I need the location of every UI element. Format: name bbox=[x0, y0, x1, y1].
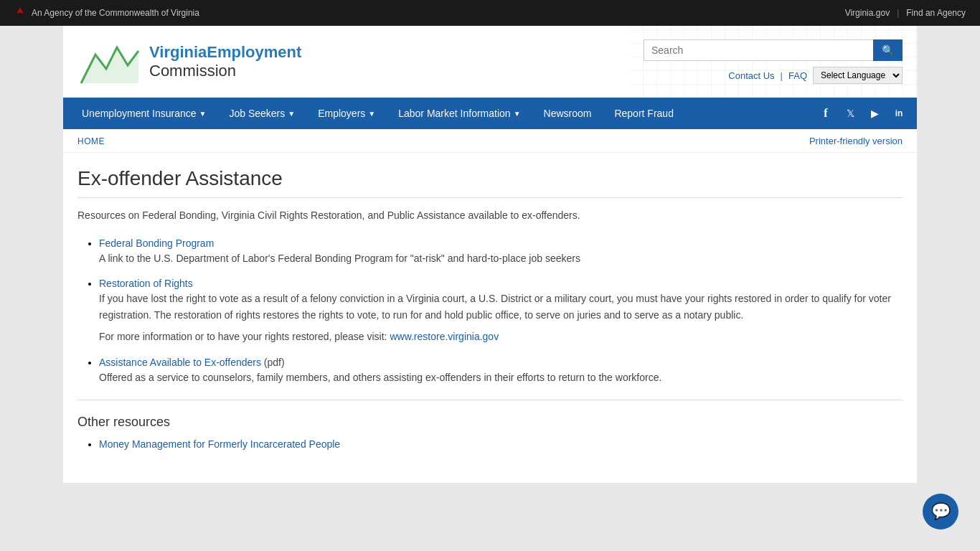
nav-items: Unemployment Insurance ▼ Job Seekers ▼ E… bbox=[70, 98, 685, 129]
linkedin-icon[interactable]: in bbox=[888, 103, 910, 124]
language-select[interactable]: Select Language bbox=[813, 67, 903, 84]
facebook-icon[interactable]: f bbox=[815, 103, 837, 124]
intro-text: Resources on Federal Bonding, Virginia C… bbox=[77, 208, 903, 223]
assistance-desc: Offered as a service to counselors, fami… bbox=[99, 369, 903, 385]
dropdown-arrow: ▼ bbox=[288, 110, 295, 118]
agency-text: An Agency of the Commonwealth of Virgini… bbox=[32, 8, 199, 18]
nav-labor-market[interactable]: Labor Market Information ▼ bbox=[387, 98, 532, 129]
flame-icon bbox=[14, 7, 26, 19]
other-resources-title: Other resources bbox=[77, 415, 903, 430]
restore-virginia-link[interactable]: www.restore.virginia.gov bbox=[390, 331, 499, 342]
restore-extra-text: For more information or to have your rig… bbox=[99, 331, 390, 342]
nav-social: f 𝕏 ▶ in bbox=[815, 103, 910, 124]
nav-report-fraud[interactable]: Report Fraud bbox=[603, 98, 684, 129]
list-item: Federal Bonding Program A link to the U.… bbox=[99, 237, 903, 266]
dropdown-arrow: ▼ bbox=[514, 110, 521, 118]
money-management-link[interactable]: Money Management for Formerly Incarcerat… bbox=[99, 438, 340, 450]
federal-bonding-desc: A link to the U.S. Department of Labor's… bbox=[99, 250, 903, 266]
restoration-of-rights-link[interactable]: Restoration of Rights bbox=[99, 278, 193, 289]
section-divider bbox=[77, 400, 903, 400]
contact-us-link[interactable]: Contact Us bbox=[728, 70, 774, 81]
nav-unemployment-insurance[interactable]: Unemployment Insurance ▼ bbox=[70, 98, 217, 129]
federal-bonding-link[interactable]: Federal Bonding Program bbox=[99, 237, 214, 249]
logo-virginia: Virginia bbox=[149, 43, 207, 61]
virginia-gov-link[interactable]: Virginia.gov bbox=[845, 8, 890, 18]
faq-link[interactable]: FAQ bbox=[788, 70, 807, 81]
search-button[interactable]: 🔍 bbox=[873, 39, 903, 61]
resource-list: Federal Bonding Program A link to the U.… bbox=[77, 237, 903, 385]
other-resource-list: Money Management for Formerly Incarcerat… bbox=[77, 438, 903, 450]
youtube-icon[interactable]: ▶ bbox=[864, 103, 885, 124]
nav-newsroom[interactable]: Newsroom bbox=[532, 98, 603, 129]
list-item: Money Management for Formerly Incarcerat… bbox=[99, 438, 903, 450]
dropdown-arrow: ▼ bbox=[199, 110, 207, 118]
logo-commission: Commission bbox=[149, 62, 301, 80]
main-nav: Unemployment Insurance ▼ Job Seekers ▼ E… bbox=[63, 98, 917, 129]
assistance-link[interactable]: Assistance Available to Ex-offenders bbox=[99, 357, 261, 368]
nav-job-seekers[interactable]: Job Seekers ▼ bbox=[217, 98, 306, 129]
breadcrumb: HOME bbox=[77, 135, 105, 146]
header-right: 🔍 Contact Us | FAQ Select Language bbox=[644, 39, 903, 84]
logo-svg bbox=[77, 33, 142, 90]
pdf-suffix: (pdf) bbox=[261, 357, 285, 368]
main-wrapper: VirginiaEmployment Commission 🔍 Contact … bbox=[63, 26, 917, 483]
list-item: Restoration of Rights If you have lost t… bbox=[99, 278, 903, 344]
find-agency-link[interactable]: Find an Agency bbox=[906, 8, 966, 18]
logo-area: VirginiaEmployment Commission bbox=[77, 33, 301, 90]
list-item: Assistance Available to Ex-offenders (pd… bbox=[99, 357, 903, 385]
printer-friendly-link[interactable]: Printer-friendly version bbox=[809, 136, 903, 146]
dropdown-arrow: ▼ bbox=[368, 110, 375, 118]
agency-label: An Agency of the Commonwealth of Virgini… bbox=[14, 7, 199, 19]
content-area: Ex-offender Assistance Resources on Fede… bbox=[63, 153, 917, 483]
logo-employment: Employment bbox=[207, 43, 301, 61]
page-title: Ex-offender Assistance bbox=[77, 167, 903, 198]
nav-employers[interactable]: Employers ▼ bbox=[306, 98, 387, 129]
restoration-desc: If you have lost the right to vote as a … bbox=[99, 291, 903, 323]
breadcrumb-bar: HOME Printer-friendly version bbox=[63, 129, 917, 153]
top-bar: An Agency of the Commonwealth of Virgini… bbox=[0, 0, 980, 26]
restore-extra: For more information or to have your rig… bbox=[99, 329, 903, 344]
header-links: Contact Us | FAQ Select Language bbox=[728, 67, 903, 84]
search-input[interactable] bbox=[644, 39, 873, 61]
top-bar-links: Virginia.gov | Find an Agency bbox=[845, 8, 966, 18]
twitter-icon[interactable]: 𝕏 bbox=[839, 103, 861, 124]
search-row: 🔍 bbox=[644, 39, 903, 61]
breadcrumb-home[interactable]: HOME bbox=[77, 136, 105, 146]
header: VirginiaEmployment Commission 🔍 Contact … bbox=[63, 26, 917, 98]
